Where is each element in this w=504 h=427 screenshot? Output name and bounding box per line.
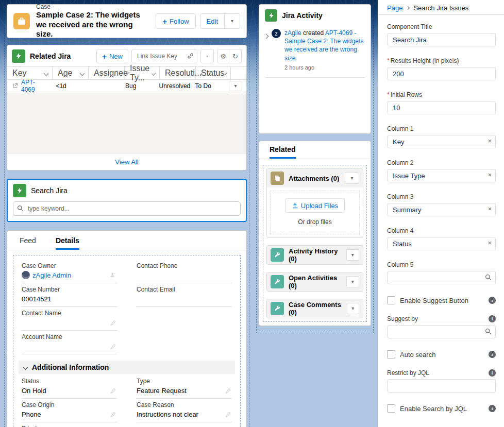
suggest-by-input[interactable] (387, 325, 496, 338)
zagile-jira-icon (13, 184, 26, 197)
info-icon[interactable]: i (489, 405, 496, 412)
upload-files-button[interactable]: Upload Files (285, 198, 345, 213)
attachments-list-card: Attachments (0) ▾ Upload Files Or drop f… (266, 168, 363, 238)
record-entity-label: Case (36, 3, 149, 10)
wrench-icon (271, 275, 284, 288)
expand-chevron-icon[interactable] (264, 31, 268, 71)
jira-activity-card: Jira Activity z zAgile created APT-4069 … (259, 4, 371, 134)
search-icon (17, 205, 24, 212)
info-icon[interactable]: i (489, 297, 496, 304)
more-actions-button[interactable]: ▾ (225, 13, 240, 29)
column-header-key[interactable]: Key (7, 67, 53, 79)
field-contact-email: Contact Email (137, 283, 232, 307)
column-2-field: Column 2 × (387, 159, 496, 182)
avatar: z (272, 29, 281, 38)
tab-feed[interactable]: Feed (20, 236, 36, 250)
field-priority: Priority High (22, 422, 117, 427)
field-case-reason: Case Reason Instructions not clear (137, 399, 232, 422)
new-issue-button[interactable]: + New (96, 49, 128, 63)
section-additional-information[interactable]: Additional Information (19, 361, 235, 374)
column-header-assignee[interactable]: Assignee (89, 67, 125, 79)
cell-status: To Do (190, 82, 224, 90)
results-height-input[interactable] (387, 67, 496, 80)
enable-search-jql-row: Enable Search by JQL i (387, 404, 496, 413)
record-title: Sample Case 2: The widgets we received a… (36, 10, 149, 39)
table-row: APT-4069 <1d Bug Unresolved To Do ▾ (7, 80, 246, 92)
change-owner-icon[interactable] (110, 272, 116, 278)
cell-resolution: Unresolved (154, 82, 190, 90)
chevron-down-icon: ▾ (234, 83, 237, 89)
chevron-down-icon (44, 71, 49, 76)
wrench-icon (271, 302, 284, 315)
breadcrumb-page-link[interactable]: Page (387, 4, 402, 12)
related-jira-title: Related Jira (30, 52, 71, 60)
restrict-jql-field: Restrict by JQLi (387, 369, 496, 392)
column-1-input[interactable] (387, 135, 496, 148)
column-header-issue-type[interactable]: Issue Ty... (125, 67, 160, 79)
list-actions-button[interactable]: ▾ (346, 276, 359, 287)
search-jira-component-selected[interactable]: Search Jira (7, 179, 247, 222)
breadcrumb-current: Search Jira Issues (413, 4, 468, 12)
info-icon[interactable]: i (489, 369, 496, 377)
column-header-resolution[interactable]: Resoluti... (160, 67, 196, 79)
open-activities-title: Open Activities (0) (289, 274, 342, 289)
enable-suggest-checkbox[interactable] (387, 296, 395, 304)
tab-related[interactable]: Related (270, 145, 296, 159)
chevron-down-icon: ▾ (350, 176, 353, 181)
enable-search-jql-checkbox[interactable] (387, 404, 395, 413)
column-3-input[interactable] (387, 203, 496, 216)
edit-pencil-icon[interactable] (225, 412, 231, 417)
edit-pencil-icon[interactable] (225, 388, 231, 394)
field-case-number: Case Number 00014521 (22, 283, 117, 307)
breadcrumb: Page Search Jira Issues (378, 0, 504, 15)
info-icon[interactable]: i (489, 351, 496, 358)
clear-icon[interactable]: × (488, 240, 492, 246)
list-actions-button[interactable]: ▾ (346, 249, 359, 261)
edit-pencil-icon[interactable] (110, 344, 116, 349)
assign-user-button[interactable] (200, 49, 214, 63)
follow-button[interactable]: + Follow (156, 13, 195, 29)
column-5-input[interactable] (387, 271, 496, 284)
auto-search-checkbox[interactable] (387, 350, 395, 358)
chevron-down-icon: ▾ (351, 306, 354, 311)
row-actions-button[interactable]: ▾ (229, 81, 242, 91)
component-title-input[interactable] (387, 33, 496, 46)
canvas-region-left: Case Sample Case 2: The widgets we recei… (4, 2, 249, 427)
search-keyword-input[interactable] (13, 201, 241, 216)
file-dropzone[interactable]: Upload Files Or drop files (270, 191, 360, 234)
list-actions-button[interactable]: ▾ (345, 173, 359, 184)
column-2-input[interactable] (387, 169, 496, 182)
edit-pencil-icon[interactable] (110, 412, 116, 417)
edit-button[interactable]: Edit (200, 13, 225, 29)
clear-icon[interactable]: × (488, 138, 492, 144)
clear-icon[interactable]: × (488, 206, 492, 212)
settings-gear-button[interactable]: ⚙ (217, 49, 229, 63)
record-detail-card: Feed Details Case Owner zAgile Admin Con… (7, 230, 247, 427)
column-header-age[interactable]: Age (53, 67, 89, 79)
activity-actor-link[interactable]: zAgile (284, 29, 301, 37)
search-jira-title: Search Jira (31, 186, 68, 195)
refresh-button[interactable]: ↻ (229, 49, 242, 63)
edit-pencil-icon[interactable] (110, 388, 116, 394)
initial-rows-input[interactable] (387, 101, 496, 114)
restrict-jql-input[interactable] (387, 379, 496, 392)
chevron-right-icon (406, 6, 410, 9)
external-link-icon[interactable] (12, 83, 18, 89)
clear-icon[interactable]: × (488, 172, 492, 178)
column-4-field: Column 4 × (387, 227, 496, 250)
field-contact-name: Contact Name (22, 307, 117, 331)
case-owner-link[interactable]: zAgile Admin (32, 271, 71, 279)
view-all-link[interactable]: View All (115, 158, 138, 166)
issue-key-link[interactable]: APT-4069 (21, 79, 46, 93)
upload-icon (292, 202, 298, 209)
column-4-input[interactable] (387, 237, 496, 250)
tab-details[interactable]: Details (56, 236, 79, 250)
refresh-icon: ↻ (232, 53, 238, 60)
edit-pencil-icon[interactable] (110, 320, 116, 326)
info-icon[interactable]: i (489, 315, 496, 322)
case-icon (13, 13, 30, 29)
activity-history-list-card: Activity History (0) ▾ (266, 245, 363, 265)
case-comments-list-card: Case Comments (0) ▾ (266, 299, 363, 318)
attachments-icon (271, 172, 284, 185)
list-actions-button[interactable]: ▾ (347, 303, 359, 314)
